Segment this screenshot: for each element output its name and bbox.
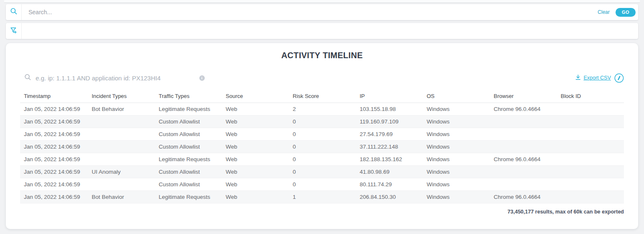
search-input[interactable] bbox=[22, 4, 598, 20]
activity-table: TimestampIncident TypesTraffic TypesSour… bbox=[20, 90, 624, 203]
table-cell: Windows bbox=[423, 128, 490, 140]
query-input[interactable]: e.g. ip: 1.1.1.1 AND application id: PX1… bbox=[24, 74, 161, 82]
table-row[interactable]: Jan 05, 2022 14:06:59UI AnomalyCustom Al… bbox=[20, 165, 624, 178]
table-cell: Windows bbox=[423, 165, 490, 178]
column-header: Timestamp bbox=[20, 90, 88, 103]
filter-bar bbox=[6, 23, 638, 39]
table-cell bbox=[490, 140, 557, 153]
table-cell: 182.188.135.162 bbox=[356, 153, 423, 165]
table-cell: 119.160.97.109 bbox=[356, 115, 423, 128]
table-cell bbox=[557, 165, 624, 178]
table-cell: 0 bbox=[289, 165, 356, 178]
table-row[interactable]: Jan 05, 2022 14:06:59Custom AllowlistWeb… bbox=[20, 128, 624, 140]
table-cell bbox=[557, 115, 624, 128]
table-cell: Legitimate Requests bbox=[155, 190, 222, 203]
table-row[interactable]: Jan 05, 2022 14:06:59Custom AllowlistWeb… bbox=[20, 115, 624, 128]
table-cell bbox=[490, 165, 557, 178]
table-cell bbox=[88, 128, 155, 140]
table-cell: 41.80.98.69 bbox=[356, 165, 423, 178]
table-cell bbox=[88, 178, 155, 190]
table-cell: Jan 05, 2022 14:06:59 bbox=[20, 153, 88, 165]
table-cell: 0 bbox=[289, 153, 356, 165]
table-cell: Windows bbox=[423, 153, 490, 165]
add-filter-button[interactable] bbox=[6, 23, 22, 39]
table-cell bbox=[557, 103, 624, 115]
table-cell: Jan 05, 2022 14:06:59 bbox=[20, 178, 88, 190]
column-header: Risk Score bbox=[289, 90, 356, 103]
table-cell: Custom Allowlist bbox=[155, 140, 222, 153]
table-cell: Jan 05, 2022 14:06:59 bbox=[20, 115, 88, 128]
table-cell bbox=[490, 128, 557, 140]
column-header: Traffic Types bbox=[155, 90, 222, 103]
table-cell: Web bbox=[222, 128, 289, 140]
table-cell bbox=[557, 140, 624, 153]
table-cell: Chrome 96.0.4664 bbox=[490, 153, 557, 165]
column-header: Incident Types bbox=[88, 90, 155, 103]
table-cell bbox=[557, 190, 624, 203]
table-cell: Legitimate Requests bbox=[155, 103, 222, 115]
column-header: Source bbox=[222, 90, 289, 103]
search-bar: Clear GO bbox=[6, 4, 638, 20]
table-cell bbox=[557, 128, 624, 140]
top-card-remnant bbox=[4, 0, 640, 3]
table-cell: 2 bbox=[289, 103, 356, 115]
clear-button[interactable]: Clear bbox=[598, 9, 610, 15]
table-cell: Custom Allowlist bbox=[155, 165, 222, 178]
table-cell: 206.84.150.30 bbox=[356, 190, 423, 203]
activity-timeline-page: Clear GO ACTIVITY TIMELINE bbox=[0, 0, 644, 234]
table-cell: 0 bbox=[289, 128, 356, 140]
search-icon bbox=[10, 8, 18, 17]
table-cell: Windows bbox=[423, 190, 490, 203]
download-icon bbox=[575, 74, 581, 82]
table-row[interactable]: Jan 05, 2022 14:06:59Custom AllowlistWeb… bbox=[20, 178, 624, 190]
table-cell bbox=[490, 178, 557, 190]
activity-timeline-panel: ACTIVITY TIMELINE e.g. ip: 1.1.1.1 AND a… bbox=[6, 43, 638, 229]
table-cell: 0 bbox=[289, 140, 356, 153]
edit-pencil-icon[interactable] bbox=[614, 73, 624, 83]
column-header: OS bbox=[423, 90, 490, 103]
column-header: Browser bbox=[490, 90, 557, 103]
table-cell: UI Anomaly bbox=[88, 165, 155, 178]
table-cell: Windows bbox=[423, 115, 490, 128]
table-cell: Jan 05, 2022 14:06:59 bbox=[20, 190, 88, 203]
table-cell: 1 bbox=[289, 190, 356, 203]
table-cell: 0 bbox=[289, 178, 356, 190]
info-icon[interactable]: i bbox=[199, 75, 205, 81]
table-cell: 27.54.179.69 bbox=[356, 128, 423, 140]
export-group: Export CSV bbox=[575, 73, 624, 83]
table-cell: Jan 05, 2022 14:06:59 bbox=[20, 165, 88, 178]
table-cell: Custom Allowlist bbox=[155, 115, 222, 128]
table-cell: Jan 05, 2022 14:06:59 bbox=[20, 103, 88, 115]
table-row[interactable]: Jan 05, 2022 14:06:59Legitimate Requests… bbox=[20, 153, 624, 165]
filter-plus-icon bbox=[10, 26, 18, 36]
query-placeholder-text: e.g. ip: 1.1.1.1 AND application id: PX1… bbox=[36, 75, 161, 82]
table-row[interactable]: Jan 05, 2022 14:06:59Bot BehaviorLegitim… bbox=[20, 103, 624, 115]
table-cell: 37.111.222.148 bbox=[356, 140, 423, 153]
table-cell: Chrome 96.0.4664 bbox=[490, 103, 557, 115]
table-row[interactable]: Jan 05, 2022 14:06:59Custom AllowlistWeb… bbox=[20, 140, 624, 153]
results-summary: 73,450,177 results, max of 60k can be ex… bbox=[507, 209, 624, 215]
table-cell bbox=[490, 115, 557, 128]
table-cell bbox=[557, 153, 624, 165]
table-cell: Web bbox=[222, 190, 289, 203]
table-cell: Windows bbox=[423, 140, 490, 153]
table-cell bbox=[88, 140, 155, 153]
table-row[interactable]: Jan 05, 2022 14:06:59Bot BehaviorLegitim… bbox=[20, 190, 624, 203]
table-cell: Windows bbox=[423, 103, 490, 115]
table-header: TimestampIncident TypesTraffic TypesSour… bbox=[20, 90, 624, 103]
export-csv-link[interactable]: Export CSV bbox=[584, 75, 611, 81]
table-cell: 0 bbox=[289, 115, 356, 128]
table-cell bbox=[88, 153, 155, 165]
page-title: ACTIVITY TIMELINE bbox=[6, 43, 638, 60]
query-search-icon bbox=[24, 74, 31, 82]
table-cell: Web bbox=[222, 115, 289, 128]
filter-bar-empty-area[interactable] bbox=[22, 23, 638, 39]
search-icon-button[interactable] bbox=[6, 4, 22, 20]
table-cell: Web bbox=[222, 153, 289, 165]
table-cell: Jan 05, 2022 14:06:59 bbox=[20, 140, 88, 153]
table-cell: Custom Allowlist bbox=[155, 178, 222, 190]
table-cell: Web bbox=[222, 103, 289, 115]
table-cell: Legitimate Requests bbox=[155, 153, 222, 165]
table-cell: Bot Behavior bbox=[88, 103, 155, 115]
go-button[interactable]: GO bbox=[616, 8, 636, 17]
